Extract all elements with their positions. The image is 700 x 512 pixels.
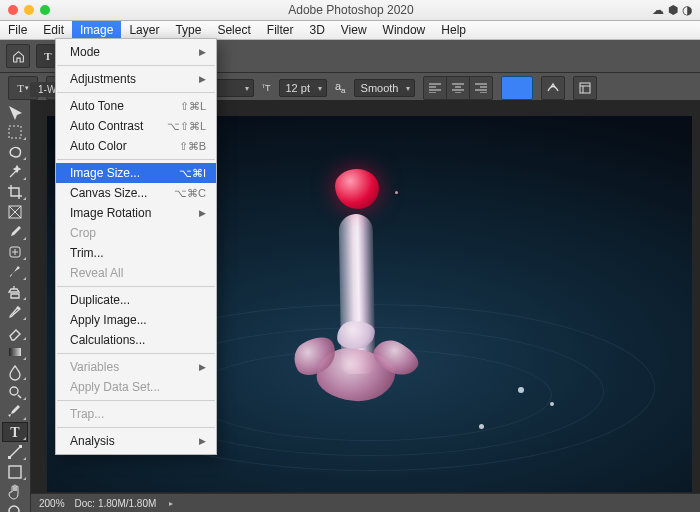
submenu-arrow-icon: ▶ xyxy=(199,47,206,57)
menu-item-calculations[interactable]: Calculations... xyxy=(56,330,216,350)
menu-separator xyxy=(57,427,215,428)
menu-item-mode[interactable]: Mode▶ xyxy=(56,42,216,62)
wand-tool[interactable] xyxy=(2,162,28,182)
text-color-swatch[interactable] xyxy=(501,76,533,100)
maximize-window-button[interactable] xyxy=(40,5,50,15)
align-center-button[interactable] xyxy=(446,76,470,100)
menu-item-auto-contrast[interactable]: Auto Contrast⌥⇧⌘L xyxy=(56,116,216,136)
tool-flyout-indicator-icon xyxy=(23,337,26,340)
doc-info[interactable]: Doc: 1.80M/1.80M xyxy=(75,498,157,509)
menu-select[interactable]: Select xyxy=(209,21,258,39)
character-panel-button[interactable] xyxy=(573,76,597,100)
menu-3d[interactable]: 3D xyxy=(301,21,332,39)
dodge-tool[interactable] xyxy=(2,382,28,402)
menu-item-image-size[interactable]: Image Size...⌥⌘I xyxy=(56,163,216,183)
zoom-level[interactable]: 200% xyxy=(39,498,65,509)
tool-flyout-indicator-icon xyxy=(23,377,26,380)
tool-flyout-indicator-icon xyxy=(23,177,26,180)
menu-item-variables: Variables▶ xyxy=(56,357,216,377)
tool-flyout-indicator-icon xyxy=(23,277,26,280)
menu-item-apply-image[interactable]: Apply Image... xyxy=(56,310,216,330)
svg-rect-8 xyxy=(8,456,11,459)
frame-tool[interactable] xyxy=(2,202,28,222)
app-title: Adobe Photoshop 2020 xyxy=(50,3,652,17)
menu-item-canvas-size[interactable]: Canvas Size...⌥⌘C xyxy=(56,183,216,203)
menu-item-analysis[interactable]: Analysis▶ xyxy=(56,431,216,451)
menu-separator xyxy=(57,65,215,66)
menu-file[interactable]: File xyxy=(0,21,35,39)
menu-type[interactable]: Type xyxy=(167,21,209,39)
shape-tool[interactable] xyxy=(2,462,28,482)
menu-help[interactable]: Help xyxy=(433,21,474,39)
font-size-field[interactable]: 12 pt▾ xyxy=(279,79,327,97)
font-size-icon: ᵀT xyxy=(262,83,271,93)
menu-layer[interactable]: Layer xyxy=(121,21,167,39)
blur-tool[interactable] xyxy=(2,362,28,382)
tool-flyout-indicator-icon xyxy=(23,137,26,140)
home-button[interactable] xyxy=(6,44,30,68)
move-tool[interactable] xyxy=(2,102,28,122)
tool-flyout-indicator-icon xyxy=(23,317,26,320)
menu-item-duplicate[interactable]: Duplicate... xyxy=(56,290,216,310)
menu-item-auto-color[interactable]: Auto Color⇧⌘B xyxy=(56,136,216,156)
close-window-button[interactable] xyxy=(8,5,18,15)
hand-tool[interactable] xyxy=(2,482,28,502)
tool-flyout-indicator-icon xyxy=(23,257,26,260)
svg-point-4 xyxy=(17,307,20,310)
submenu-arrow-icon: ▶ xyxy=(199,436,206,446)
menu-item-auto-tone[interactable]: Auto Tone⇧⌘L xyxy=(56,96,216,116)
crop-tool[interactable] xyxy=(2,182,28,202)
path-tool[interactable] xyxy=(2,442,28,462)
status-icon-2[interactable]: ◑ xyxy=(682,3,692,17)
menu-item-image-rotation[interactable]: Image Rotation▶ xyxy=(56,203,216,223)
tool-flyout-indicator-icon xyxy=(23,457,26,460)
svg-point-6 xyxy=(10,387,18,395)
tool-flyout-indicator-icon xyxy=(23,197,26,200)
status-bar: 200% Doc: 1.80M/1.80M ▸ xyxy=(31,493,700,512)
zoom-tool[interactable] xyxy=(2,502,28,512)
history-tool[interactable] xyxy=(2,302,28,322)
brush-tool[interactable] xyxy=(2,262,28,282)
status-icon-1[interactable]: ⬢ xyxy=(668,3,678,17)
eraser-tool[interactable] xyxy=(2,322,28,342)
align-right-button[interactable] xyxy=(469,76,493,100)
svg-point-11 xyxy=(9,506,19,512)
menu-edit[interactable]: Edit xyxy=(35,21,72,39)
menu-item-adjustments[interactable]: Adjustments▶ xyxy=(56,69,216,89)
tool-flyout-indicator-icon xyxy=(23,437,26,440)
menu-view[interactable]: View xyxy=(333,21,375,39)
image-menu-dropdown[interactable]: Mode▶Adjustments▶Auto Tone⇧⌘LAuto Contra… xyxy=(55,38,217,455)
tool-flyout-indicator-icon xyxy=(23,297,26,300)
type-tool[interactable]: T xyxy=(2,422,28,442)
antialias-icon: aa xyxy=(335,80,346,95)
antialias-method-field[interactable]: Smooth▾ xyxy=(354,79,416,97)
lasso-tool[interactable] xyxy=(2,142,28,162)
warp-text-button[interactable] xyxy=(541,76,565,100)
menu-window[interactable]: Window xyxy=(375,21,434,39)
svg-rect-5 xyxy=(9,348,21,356)
pen-tool[interactable] xyxy=(2,402,28,422)
menu-item-apply-data-set: Apply Data Set... xyxy=(56,377,216,397)
menu-separator xyxy=(57,353,215,354)
menu-image[interactable]: Image xyxy=(72,21,121,39)
menu-item-trim[interactable]: Trim... xyxy=(56,243,216,263)
menu-item-crop: Crop xyxy=(56,223,216,243)
eyedropper-tool[interactable] xyxy=(2,222,28,242)
menu-filter[interactable]: Filter xyxy=(259,21,302,39)
clone-tool[interactable] xyxy=(2,282,28,302)
marquee-tool[interactable] xyxy=(2,122,28,142)
tool-flyout-indicator-icon xyxy=(23,397,26,400)
menu-separator xyxy=(57,400,215,401)
align-left-button[interactable] xyxy=(423,76,447,100)
svg-rect-1 xyxy=(9,126,21,138)
tool-flyout-indicator-icon xyxy=(23,237,26,240)
status-flyout-icon[interactable]: ▸ xyxy=(169,499,173,508)
minimize-window-button[interactable] xyxy=(24,5,34,15)
heal-tool[interactable] xyxy=(2,242,28,262)
gradient-tool[interactable] xyxy=(2,342,28,362)
system-tray: ☁ ⬢ ◑ xyxy=(652,3,692,17)
menu-item-reveal-all: Reveal All xyxy=(56,263,216,283)
svg-text:T: T xyxy=(10,425,20,440)
cloud-icon[interactable]: ☁ xyxy=(652,3,664,17)
menu-separator xyxy=(57,286,215,287)
